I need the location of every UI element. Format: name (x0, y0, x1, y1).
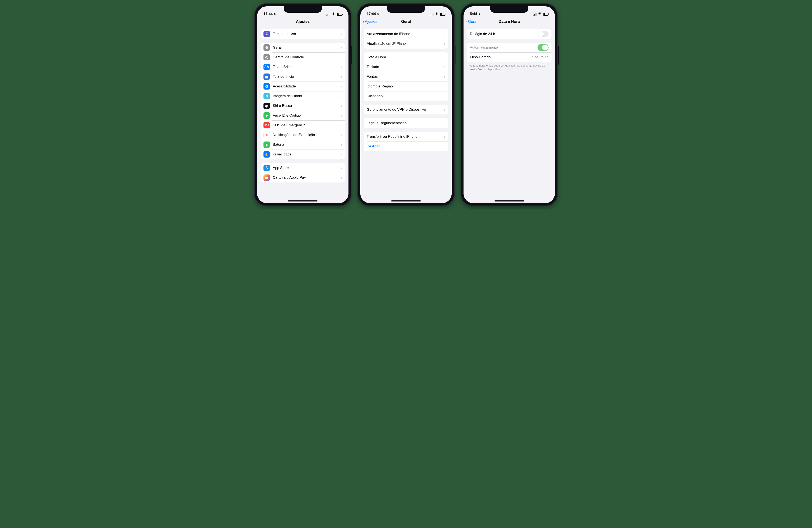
toggles-icon: ◎ (263, 54, 270, 60)
row-appstore[interactable]: AApp Store› (261, 163, 345, 173)
row-label: Bateria (273, 142, 338, 147)
row-tempo-de-uso[interactable]: ⌛︎Tempo de Uso› (261, 29, 345, 39)
row-carteira[interactable]: ▭Carteira e Apple Pay› (261, 173, 345, 182)
cellular-icon (430, 13, 434, 16)
row-siri-busca[interactable]: ◉Siri e Busca› (261, 101, 345, 111)
row-central-controle[interactable]: ◎Central de Controle› (261, 52, 345, 62)
wallet-icon: ▭ (263, 175, 270, 181)
chevron-right-icon: › (341, 114, 342, 118)
row-label: Gerenciamento de VPN e Dispositivo (367, 107, 441, 112)
row-dicionario[interactable]: Dicionário› (364, 91, 448, 101)
chevron-right-icon: › (341, 104, 342, 108)
row-acessibilidade[interactable]: ✪Acessibilidade› (261, 81, 345, 91)
row-label: App Store (273, 166, 338, 170)
row-tela-brilho[interactable]: AATela e Brilho› (261, 62, 345, 72)
settings-content[interactable]: Relógio de 24 hAutomaticamenteFuso Horár… (464, 27, 555, 203)
row-label: Fuso Horário (470, 55, 529, 59)
row-fuso-horario: Fuso HorárioSão Paulo (467, 52, 551, 62)
row-label: Notificações de Exposição (273, 133, 338, 137)
nav-bar: Ajustes (257, 17, 348, 27)
notch (387, 6, 425, 13)
row-label: Central de Controle (273, 55, 338, 59)
nav-back-button[interactable]: ‹Geral (466, 17, 477, 26)
row-label: Legal e Regulamentação (367, 121, 441, 125)
location-icon: ➤ (274, 12, 276, 16)
row-armazenamento[interactable]: Armazenamento do iPhone› (364, 29, 448, 39)
chevron-right-icon: › (341, 152, 342, 157)
home-indicator[interactable] (288, 200, 318, 201)
settings-content[interactable]: Armazenamento do iPhone›Atualização em 2… (360, 27, 452, 203)
row-label: Face ID e Código (273, 114, 338, 118)
toggle-switch[interactable] (538, 44, 549, 51)
row-atualizacao-plano[interactable]: Atualização em 2º Plano› (364, 39, 448, 49)
settings-group: Relógio de 24 h (467, 29, 551, 39)
row-label: Imagem de Fundo (273, 94, 338, 98)
row-geral[interactable]: ⚙︎Geral› (261, 43, 345, 52)
chevron-right-icon: › (444, 65, 445, 69)
row-desligar[interactable]: Desligar (364, 141, 448, 151)
wallpaper-icon: ✿ (263, 93, 270, 99)
home-indicator[interactable] (494, 200, 524, 201)
battery-icon: ▮ (263, 141, 270, 148)
wifi-icon (435, 12, 438, 16)
row-privacidade[interactable]: ✋Privacidade› (261, 150, 345, 159)
row-automaticamente[interactable]: Automaticamente (467, 43, 551, 52)
chevron-right-icon: › (444, 84, 445, 89)
row-vpn-dispositivo[interactable]: Gerenciamento de VPN e Dispositivo› (364, 105, 448, 115)
row-transferir-redefinir[interactable]: Transferir ou Redefinir o iPhone› (364, 132, 448, 141)
chevron-right-icon: › (341, 176, 342, 180)
chevron-right-icon: › (341, 45, 342, 50)
chevron-right-icon: › (444, 32, 445, 36)
chevron-right-icon: › (444, 75, 445, 79)
status-time: 17:44 (367, 12, 376, 16)
nav-bar: ‹GeralData e Hora (464, 17, 555, 27)
cellular-icon (533, 13, 537, 16)
settings-group: Legal e Regulamentação› (364, 118, 448, 128)
settings-group: Armazenamento do iPhone›Atualização em 2… (364, 29, 448, 49)
row-idioma-regiao[interactable]: Idioma e Região› (364, 81, 448, 91)
privacy-icon: ✋ (263, 151, 270, 157)
row-relogio-24h[interactable]: Relógio de 24 h (467, 29, 551, 39)
row-label: Transferir ou Redefinir o iPhone (367, 135, 441, 139)
row-label: Relógio de 24 h (470, 32, 535, 36)
chevron-right-icon: › (341, 75, 342, 79)
row-label: Dicionário (367, 94, 441, 98)
row-label: Acessibilidade (273, 84, 338, 89)
location-icon: ➤ (478, 12, 481, 16)
notch (490, 6, 528, 13)
row-teclado[interactable]: Teclado› (364, 62, 448, 72)
row-sos[interactable]: SOSSOS de Emergência› (261, 120, 345, 130)
settings-group: Data e Hora›Teclado›Fontes›Idioma e Regi… (364, 52, 448, 101)
home-indicator[interactable] (391, 200, 421, 201)
row-tela-inicio[interactable]: ▦Tela de Início› (261, 72, 345, 81)
nav-title: Geral (401, 19, 411, 24)
nav-back-button[interactable]: ‹Ajustes (363, 17, 377, 26)
row-bateria[interactable]: ▮Bateria› (261, 140, 345, 150)
row-label: Tela de Início (273, 75, 338, 79)
chevron-right-icon: › (341, 94, 342, 99)
phone-screen: 5:44➤‹GeralData e HoraRelógio de 24 hAut… (464, 6, 555, 203)
chevron-right-icon: › (444, 94, 445, 99)
row-fontes[interactable]: Fontes› (364, 72, 448, 81)
row-value: São Paulo (532, 55, 549, 59)
section-footer: O fuso horário não pode ser definido man… (467, 62, 551, 71)
row-legal[interactable]: Legal e Regulamentação› (364, 118, 448, 128)
cellular-icon (327, 13, 330, 16)
accessibility-icon: ✪ (263, 83, 270, 90)
nav-back-label: Geral (468, 19, 477, 24)
row-imagem-fundo[interactable]: ✿Imagem de Fundo› (261, 91, 345, 101)
chevron-right-icon: › (341, 166, 342, 170)
chevron-right-icon: › (341, 84, 342, 89)
chevron-left-icon: ‹ (466, 19, 467, 25)
settings-group: Transferir ou Redefinir o iPhone›Desliga… (364, 132, 448, 151)
row-exposicao[interactable]: ☀︎Notificações de Exposição› (261, 130, 345, 140)
row-data-hora[interactable]: Data e Hora› (364, 52, 448, 62)
nav-back-label: Ajustes (365, 19, 377, 24)
appstore-icon: A (263, 165, 270, 171)
settings-content[interactable]: ⌛︎Tempo de Uso›⚙︎Geral›◎Central de Contr… (257, 27, 348, 203)
location-icon: ➤ (377, 12, 380, 16)
toggle-switch[interactable] (538, 31, 549, 37)
row-faceid[interactable]: ☻Face ID e Código› (261, 111, 345, 120)
battery-icon (440, 13, 445, 16)
battery-icon (337, 13, 342, 16)
